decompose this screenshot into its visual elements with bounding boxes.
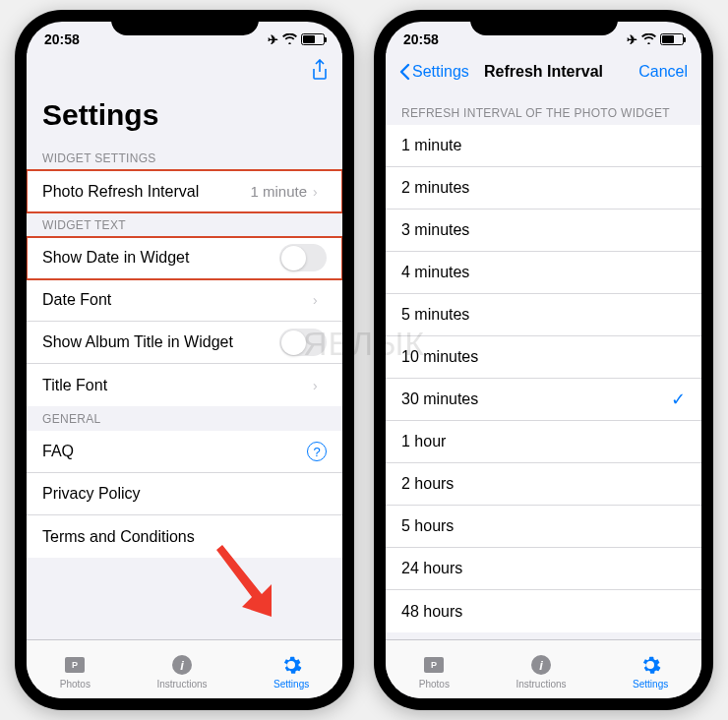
option-row[interactable]: 3 minutes <box>386 210 701 252</box>
option-label: 5 hours <box>401 517 454 535</box>
section-header-widget-text: WIDGET TEXT <box>27 212 342 237</box>
option-label: 5 minutes <box>401 306 469 324</box>
nav-title: Refresh Interval <box>484 63 603 81</box>
option-row[interactable]: 24 hours <box>386 548 701 590</box>
tab-instructions[interactable]: i Instructions <box>156 653 207 690</box>
tab-label: Instructions <box>156 679 207 690</box>
cancel-button[interactable]: Cancel <box>638 63 688 81</box>
section-header-widget-settings: WIDGET SETTINGS <box>27 146 342 170</box>
section-header-refresh: REFRESH INTERVAL OF THE PHOTO WIDGET <box>386 90 701 125</box>
navbar: Settings Refresh Interval Cancel <box>386 53 701 90</box>
row-terms[interactable]: Terms and Conditions <box>27 515 342 558</box>
tab-label: Settings <box>273 679 309 690</box>
option-row[interactable]: 1 hour <box>386 421 701 463</box>
tab-settings[interactable]: Settings <box>633 653 668 690</box>
row-faq[interactable]: FAQ ? <box>27 431 342 473</box>
navbar <box>27 53 342 90</box>
option-row[interactable]: 2 minutes <box>386 167 701 210</box>
row-show-album[interactable]: Show Album Title in Widget <box>27 322 342 364</box>
option-label: 1 minute <box>401 137 461 154</box>
battery-icon <box>301 33 325 45</box>
row-date-font[interactable]: Date Font › <box>27 279 342 322</box>
option-label: 30 minutes <box>401 390 478 408</box>
option-row[interactable]: 1 minute <box>386 125 701 167</box>
option-label: 2 minutes <box>401 179 469 197</box>
row-label: FAQ <box>42 443 74 460</box>
option-label: 4 minutes <box>401 264 469 281</box>
row-detail: 1 minute <box>250 183 307 200</box>
gear-icon <box>638 653 662 677</box>
options-list: 1 minute2 minutes3 minutes4 minutes5 min… <box>386 125 701 632</box>
airplane-icon: ✈︎ <box>268 32 278 47</box>
info-icon: i <box>529 653 553 677</box>
back-button[interactable]: Settings <box>399 63 469 81</box>
option-row[interactable]: 5 hours <box>386 506 701 548</box>
row-photo-refresh-interval[interactable]: Photo Refresh Interval 1 minute › <box>27 170 342 212</box>
option-row[interactable]: 4 minutes <box>386 252 701 294</box>
svg-text:i: i <box>180 658 184 673</box>
tab-label: Photos <box>419 679 450 690</box>
gear-icon <box>279 653 303 677</box>
section-header-general: GENERAL <box>27 406 342 431</box>
option-label: 10 minutes <box>401 348 478 366</box>
row-label: Show Date in Widget <box>42 249 189 267</box>
tab-label: Photos <box>60 679 91 690</box>
row-label: Date Font <box>42 291 111 309</box>
option-row[interactable]: 48 hours <box>386 590 701 632</box>
svg-text:P: P <box>431 660 437 670</box>
tab-photos[interactable]: P Photos <box>60 653 91 690</box>
row-label: Title Font <box>42 377 107 394</box>
svg-text:i: i <box>539 658 543 673</box>
chevron-right-icon: › <box>313 184 327 200</box>
tab-bar: P Photos i Instructions Settings <box>386 639 701 698</box>
photos-icon: P <box>63 653 87 677</box>
tab-photos[interactable]: P Photos <box>419 653 450 690</box>
row-label: Terms and Conditions <box>42 528 195 546</box>
phone-right: 20:58 ✈︎ Settings Refresh Interval Cance… <box>374 10 713 710</box>
tab-settings[interactable]: Settings <box>273 653 309 690</box>
row-label: Privacy Policy <box>42 485 141 503</box>
option-label: 2 hours <box>401 475 454 493</box>
tab-instructions[interactable]: i Instructions <box>516 653 566 690</box>
option-label: 24 hours <box>401 560 462 577</box>
airplane-icon: ✈︎ <box>627 32 637 47</box>
phone-left: 20:58 ✈︎ Settings WIDGET SETTINGS Photo … <box>15 10 354 710</box>
option-label: 3 minutes <box>401 221 469 239</box>
option-row[interactable]: 10 minutes <box>386 336 701 379</box>
chevron-right-icon: › <box>313 378 327 393</box>
tab-label: Instructions <box>516 679 566 690</box>
option-row[interactable]: 30 minutes✓ <box>386 379 701 421</box>
tab-bar: P Photos i Instructions Settings <box>27 639 342 698</box>
back-label: Settings <box>412 63 469 81</box>
status-time: 20:58 <box>44 31 80 47</box>
wifi-icon <box>641 31 656 47</box>
photos-icon: P <box>422 653 446 677</box>
switch-show-date[interactable] <box>279 244 327 271</box>
help-icon: ? <box>307 442 327 461</box>
option-label: 1 hour <box>401 433 446 450</box>
svg-text:P: P <box>72 660 78 670</box>
notch <box>470 10 618 35</box>
notch <box>111 10 259 35</box>
battery-icon <box>660 33 684 45</box>
page-title: Settings <box>27 90 342 146</box>
option-row[interactable]: 2 hours <box>386 463 701 506</box>
row-label: Show Album Title in Widget <box>42 333 233 351</box>
tab-label: Settings <box>633 679 668 690</box>
row-label: Photo Refresh Interval <box>42 183 199 201</box>
row-title-font[interactable]: Title Font › <box>27 364 342 406</box>
switch-show-album[interactable] <box>279 329 327 356</box>
option-label: 48 hours <box>401 603 462 621</box>
info-icon: i <box>170 653 194 677</box>
status-time: 20:58 <box>403 31 439 47</box>
share-icon[interactable] <box>311 59 329 85</box>
option-row[interactable]: 5 minutes <box>386 294 701 336</box>
chevron-right-icon: › <box>313 292 327 308</box>
checkmark-icon: ✓ <box>671 389 686 410</box>
wifi-icon <box>282 31 297 47</box>
row-privacy[interactable]: Privacy Policy <box>27 473 342 515</box>
row-show-date[interactable]: Show Date in Widget <box>27 237 342 279</box>
